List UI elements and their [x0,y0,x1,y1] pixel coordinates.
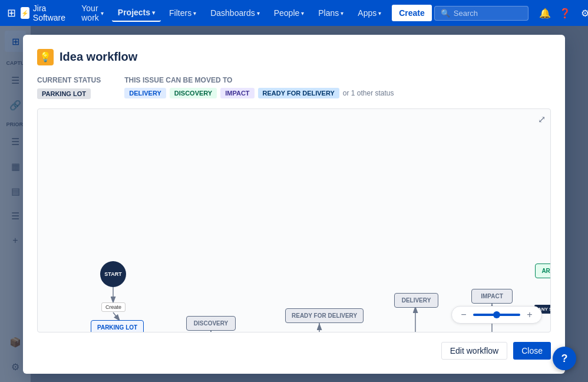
move-tag-impact[interactable]: IMPACT [220,88,254,98]
grid-icon[interactable]: ⊞ [7,6,16,19]
search-icon: 🔍 [441,9,450,18]
workflow-node-impact[interactable]: IMPACT [471,289,513,304]
chevron-down-icon: ▾ [193,10,196,17]
move-tag-ready[interactable]: READY FOR DELIVERY [258,88,339,98]
current-status-section: Current status PARKING LOT [37,76,101,99]
chevron-down-icon: ▾ [301,10,304,17]
brand-logo: ⚡ [21,7,29,19]
modal-overlay[interactable]: 💡 Idea workflow Current status PARKING L… [0,26,588,382]
nav-projects[interactable]: Projects ▾ [112,4,161,22]
chevron-down-icon: ▾ [152,9,155,16]
nav-logo-area: ⊞ ⚡ Jira Software [7,4,68,22]
workflow-modal: 💡 Idea workflow Current status PARKING L… [23,35,565,374]
modal-status-row: Current status PARKING LOT This issue ca… [37,76,551,99]
settings-icon[interactable]: ⚙ [577,5,588,21]
search-box[interactable]: 🔍 Search [434,6,528,21]
chevron-down-icon: ▾ [257,10,260,17]
move-to-section: This issue can be moved to DELIVERY DISC… [124,76,394,98]
expand-icon[interactable]: ⤢ [538,114,546,125]
workflow-node-parking-lot[interactable]: PARKING LOT [91,320,144,332]
move-to-label: This issue can be moved to [124,76,394,84]
top-nav: ⊞ ⚡ Jira Software Your work ▾ Projects ▾… [0,0,588,26]
workflow-any-status-impact: ANY STATUS [470,332,507,332]
modal-footer: Edit workflow Close [37,342,551,360]
brand-name: Jira Software [33,4,68,22]
nav-dashboards[interactable]: Dashboards ▾ [204,5,266,21]
zoom-in-button[interactable]: + [524,309,536,321]
nav-apps[interactable]: Apps ▾ [352,5,387,21]
nav-icons: 🔔 ❓ ⚙ U [537,5,588,21]
move-tags-container: DELIVERY DISCOVERY IMPACT READY FOR DELI… [124,88,394,98]
chevron-down-icon: ▾ [101,10,104,17]
create-button[interactable]: Create [392,5,432,21]
zoom-slider[interactable] [473,314,520,316]
close-button[interactable]: Close [513,342,551,360]
workflow-label-create: Create [101,302,125,312]
chevron-down-icon: ▾ [341,10,343,17]
nav-plans[interactable]: Plans ▾ [312,5,349,21]
workflow-node-ready-for-delivery[interactable]: READY FOR DELIVERY [285,308,364,323]
move-tag-other: or 1 other status [343,89,394,97]
chevron-down-icon: ▾ [378,10,381,17]
modal-icon: 💡 [37,49,54,65]
edit-workflow-button[interactable]: Edit workflow [441,342,507,360]
modal-header: 💡 Idea workflow [37,49,551,65]
nav-your-work[interactable]: Your work ▾ [75,0,110,26]
workflow-node-start[interactable]: START [100,261,126,287]
move-tag-discovery[interactable]: DISCOVERY [170,88,217,98]
nav-brand[interactable]: ⚡ Jira Software [21,4,68,22]
zoom-out-button[interactable]: − [458,309,470,321]
nav-filters[interactable]: Filters ▾ [163,5,202,21]
help-icon[interactable]: ❓ [557,5,573,21]
status-badge: PARKING LOT [37,88,91,99]
nav-people[interactable]: People ▾ [268,5,310,21]
notifications-icon[interactable]: 🔔 [537,5,553,21]
workflow-node-delivery[interactable]: DELIVERY [394,293,438,308]
help-button[interactable]: ? [553,347,576,370]
zoom-controls: − + [451,306,542,324]
move-tag-delivery[interactable]: DELIVERY [124,88,166,98]
current-status-label: Current status [37,76,101,84]
workflow-node-archived[interactable]: ARCHIVED [535,264,551,278]
workflow-canvas[interactable]: ⤢ [37,108,551,332]
modal-title: Idea workflow [60,50,137,64]
workflow-node-discovery[interactable]: DISCOVERY [186,316,236,331]
